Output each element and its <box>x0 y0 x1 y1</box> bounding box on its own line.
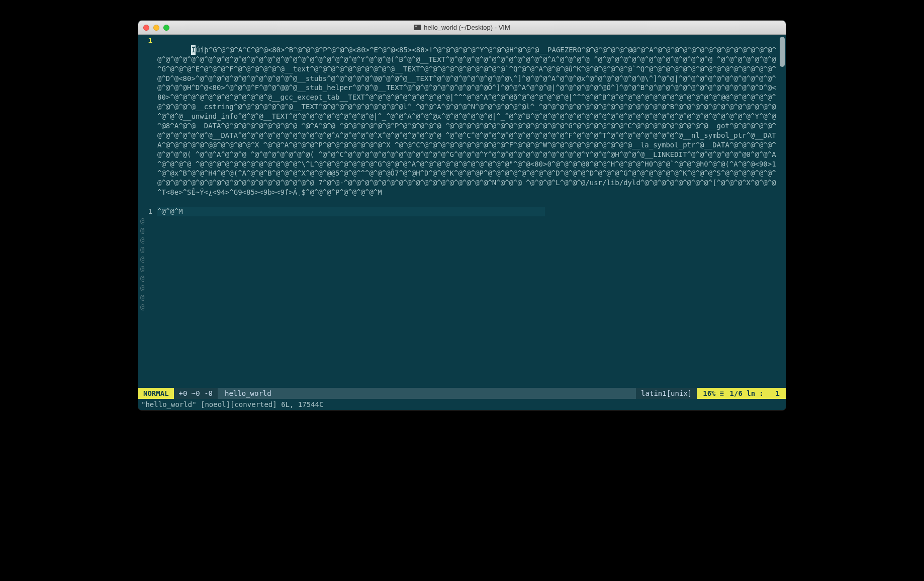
empty-line-markers: @@@@@@@@@@ <box>138 216 779 312</box>
vim-editor[interactable]: 1 Ïúíþ^G^@^@^A^C^@^@<80>^B^@^@^@^P^@^@^@… <box>138 35 786 410</box>
traffic-lights <box>143 25 169 31</box>
empty-line-marker: @ <box>140 216 779 226</box>
zoom-button[interactable] <box>163 25 169 31</box>
command-line[interactable]: "hello_world" [noeol][converted] 6L, 175… <box>138 399 786 410</box>
scrollbar[interactable] <box>780 37 785 67</box>
buffer-line-2[interactable]: ^@^@^M <box>157 207 545 216</box>
position-indicator: 16% 1/6 ln : 1 <box>697 388 786 399</box>
empty-line-marker: @ <box>140 283 779 293</box>
git-changes: +0 ~0 -0 <box>174 388 218 399</box>
line-number-current: 1 <box>138 36 152 45</box>
buffer-line-2-row: 1 ^@^@^M <box>138 207 779 216</box>
hamburger-icon <box>720 389 726 398</box>
titlebar[interactable]: hello_world (~/Desktop) - VIM <box>138 21 786 35</box>
empty-line-marker: @ <box>140 293 779 302</box>
window-title: hello_world (~/Desktop) - VIM <box>414 24 510 31</box>
editor-area[interactable]: 1 Ïúíþ^G^@^@^A^C^@^@<80>^B^@^@^@^P^@^@^@… <box>138 35 786 388</box>
terminal-window: hello_world (~/Desktop) - VIM 1 Ïúíþ^G^@… <box>138 20 786 410</box>
close-button[interactable] <box>143 25 149 31</box>
empty-line-marker: @ <box>140 235 779 245</box>
minimize-button[interactable] <box>153 25 159 31</box>
empty-line-marker: @ <box>140 264 779 274</box>
empty-line-marker: @ <box>140 274 779 283</box>
buffer-line-1[interactable]: Ïúíþ^G^@^@^A^C^@^@<80>^B^@^@^@^P^@^@^@<8… <box>157 35 779 207</box>
empty-line-marker: @ <box>140 302 779 312</box>
filename-indicator: hello_world <box>218 389 279 398</box>
empty-line-marker: @ <box>140 226 779 235</box>
mode-indicator: NORMAL <box>138 388 174 399</box>
line-number-gutter: 1 <box>138 35 155 388</box>
encoding-indicator: latin1[unix] <box>636 388 697 399</box>
terminal-icon <box>414 25 421 30</box>
empty-line-marker: @ <box>140 255 779 264</box>
status-line: NORMAL +0 ~0 -0 hello_world latin1[unix]… <box>138 388 786 399</box>
empty-line-marker: @ <box>140 245 779 255</box>
window-title-text: hello_world (~/Desktop) - VIM <box>424 24 510 31</box>
